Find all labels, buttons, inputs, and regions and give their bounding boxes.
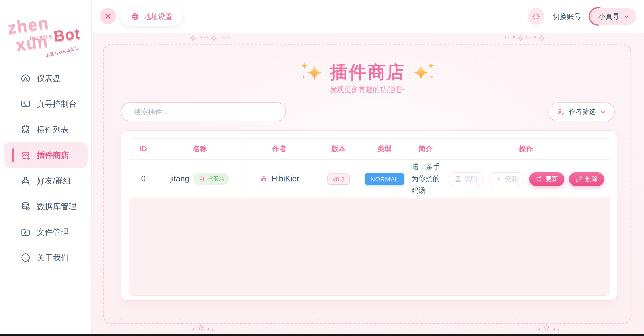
col-header-actions: 操作 <box>442 138 610 159</box>
author-people-icon <box>260 175 268 183</box>
account-menu-button[interactable]: 小真寻 <box>592 8 636 25</box>
plugin-table: ID 名称 作者 版本 类型 简介 操作 0 <box>129 138 609 296</box>
search-input[interactable] <box>121 102 286 121</box>
type-badge: NORMAL <box>365 173 404 185</box>
sidebar-item-label: 关于我们 <box>37 252 69 263</box>
col-header-version: 版本 <box>318 138 360 159</box>
installed-badge-label: 已安装 <box>207 175 225 183</box>
col-header-id: ID <box>129 138 158 159</box>
sparkle-deco-top-right: *:.° *:.° <box>504 35 545 42</box>
sidebar-item-dashboard[interactable]: 仪表盘 <box>4 66 88 91</box>
author-filter-dropdown[interactable]: 作者筛选 <box>548 102 615 121</box>
globe-icon <box>131 12 140 21</box>
sparkle-outline-icon <box>538 35 545 41</box>
chevron-down-icon <box>600 108 607 115</box>
sidebar-item-friends-groups[interactable]: 好友/群组 <box>4 168 88 194</box>
sidebar-item-label: 真寻控制台 <box>37 98 77 109</box>
col-header-author: 作者 <box>242 138 318 159</box>
install-label: 安装 <box>505 175 518 183</box>
friends-icon <box>20 175 31 186</box>
sparkle-deco-top-left: .°:* .°:* <box>190 35 230 42</box>
taskbar-edge-strip <box>0 334 644 336</box>
deco-text: *:.° <box>525 35 537 42</box>
sidebar-item-plugin-list[interactable]: 插件列表 <box>4 117 88 142</box>
version-badge: v0.2 <box>328 173 350 185</box>
puzzle-icon <box>20 124 31 135</box>
logo-jp-caption: お兄ちゃんはおし <box>45 45 80 59</box>
info-bubble-icon: i <box>20 252 31 263</box>
col-header-type: 类型 <box>360 138 409 159</box>
sparkle-outline-icon <box>210 35 217 41</box>
deco-text: .°:* <box>218 35 230 42</box>
sparkle-icon <box>300 62 323 83</box>
sidebar: zhen xun Bot 緒山まひろ お兄ちゃんはおし 仪表盘 真寻控制台 <box>0 0 92 336</box>
star-deco-bottom-left: ° ★ ☆ ★ ° <box>188 323 214 333</box>
main-content: .°:* .°:* *:.° *:.° 插件商店 发现更多有趣的功能吧~ <box>92 33 644 336</box>
col-header-description: 简介 <box>409 138 442 159</box>
address-settings-button[interactable]: 地址设置 <box>121 7 182 26</box>
dashboard-icon <box>20 73 31 84</box>
sidebar-menu: 仪表盘 真寻控制台 插件列表 <box>0 66 92 270</box>
sidebar-item-plugin-store[interactable]: 插件商店 <box>4 142 88 168</box>
author-pen-icon <box>556 107 565 116</box>
sparkle-burst-icon <box>532 12 540 21</box>
readme-button: 说明 <box>448 172 484 186</box>
app-logo: zhen xun Bot 緒山まひろ お兄ちゃんはおし <box>5 15 86 57</box>
plugin-description: 喏，亲手为你煮的鸡汤 <box>411 161 440 197</box>
database-icon <box>20 201 31 212</box>
unlink-icon <box>575 175 582 183</box>
folder-gear-icon <box>20 227 31 238</box>
document-icon <box>454 175 462 183</box>
download-icon <box>495 175 502 183</box>
page-title: 插件商店 <box>330 61 406 84</box>
table-empty-area <box>129 198 610 296</box>
sidebar-item-label: 数据库管理 <box>37 201 77 212</box>
table-row: 0 jitang 已安装 <box>129 159 610 198</box>
delete-label: 删除 <box>585 175 598 183</box>
sidebar-item-label: 仪表盘 <box>37 73 61 84</box>
store-icon <box>20 150 31 161</box>
sidebar-item-file-manager[interactable]: 文件管理 <box>4 219 88 245</box>
address-settings-label: 地址设置 <box>144 12 172 21</box>
author-filter-label: 作者筛选 <box>569 107 596 116</box>
deco-text: *:.° <box>504 35 516 42</box>
sparkle-outline-icon <box>518 35 524 41</box>
plugin-author: HibiKier <box>271 174 299 184</box>
sidebar-item-database[interactable]: 数据库管理 <box>4 194 88 219</box>
topbar: 地址设置 切换账号 小真寻 <box>92 0 644 33</box>
plugin-table-card: ID 名称 作者 版本 类型 简介 操作 0 <box>121 130 617 301</box>
logo-word: Bot <box>52 25 81 45</box>
plugin-id: 0 <box>141 174 146 183</box>
package-check-icon <box>198 176 204 182</box>
theme-toggle-button[interactable] <box>528 8 544 25</box>
refresh-icon <box>536 175 542 183</box>
readme-label: 说明 <box>464 175 477 183</box>
app-window: zhen xun Bot 緒山まひろ お兄ちゃんはおし 仪表盘 真寻控制台 <box>0 0 644 336</box>
table-header-row: ID 名称 作者 版本 类型 简介 操作 <box>129 138 610 159</box>
star-deco-bottom-right: ° ★ ☆ ★ ° <box>534 323 560 333</box>
page-title-row: 插件商店 <box>92 61 644 84</box>
update-button[interactable]: 更新 <box>529 172 564 186</box>
switch-account-link[interactable]: 切换账号 <box>552 12 581 22</box>
sidebar-item-label: 插件商店 <box>37 150 69 161</box>
close-icon <box>104 12 112 20</box>
installed-badge: 已安装 <box>193 173 229 185</box>
delete-button[interactable]: 删除 <box>569 172 604 186</box>
deco-text: .°:* <box>198 35 209 42</box>
update-label: 更新 <box>546 175 558 183</box>
sidebar-item-label: 好友/群组 <box>37 175 71 186</box>
install-button: 安装 <box>488 172 524 186</box>
sparkle-outline-icon <box>190 35 196 41</box>
svg-text:i: i <box>25 255 27 260</box>
sparkle-icon <box>412 62 435 83</box>
plugin-name: jitang <box>170 174 189 184</box>
sidebar-item-about[interactable]: i 关于我们 <box>4 245 88 270</box>
console-icon <box>20 98 31 109</box>
chevron-down-icon <box>624 13 630 20</box>
sidebar-item-label: 插件列表 <box>37 124 69 135</box>
sidebar-item-console[interactable]: 真寻控制台 <box>4 91 88 117</box>
close-button[interactable] <box>100 8 116 24</box>
row-actions: 说明 安装 <box>443 172 609 186</box>
account-name: 小真寻 <box>598 12 620 21</box>
col-header-name: 名称 <box>158 138 242 159</box>
